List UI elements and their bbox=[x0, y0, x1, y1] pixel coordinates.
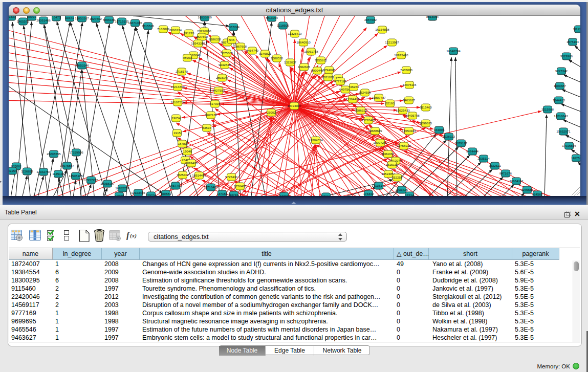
svg-text:18724007: 18724007 bbox=[287, 104, 301, 107]
svg-text:10688609: 10688609 bbox=[368, 129, 382, 133]
svg-text:10961758: 10961758 bbox=[304, 50, 318, 53]
svg-text:20053346: 20053346 bbox=[75, 63, 89, 67]
svg-text:20091406: 20091406 bbox=[36, 18, 51, 22]
svg-text:18783: 18783 bbox=[178, 142, 187, 145]
svg-text:7986322: 7986322 bbox=[355, 108, 367, 112]
svg-text:17334: 17334 bbox=[405, 193, 414, 196]
svg-text:1322037: 1322037 bbox=[284, 60, 297, 64]
svg-text:8186328: 8186328 bbox=[209, 37, 222, 41]
svg-text:1621022: 1621022 bbox=[322, 75, 335, 79]
svg-text:1244413: 1244413 bbox=[553, 98, 565, 102]
svg-text:16648784: 16648784 bbox=[446, 49, 461, 53]
svg-text:173342: 173342 bbox=[363, 192, 374, 195]
svg-text:16154838: 16154838 bbox=[375, 28, 389, 31]
svg-text:7632621: 7632621 bbox=[489, 164, 502, 167]
svg-text:137164: 137164 bbox=[217, 192, 228, 195]
svg-text:9457791: 9457791 bbox=[169, 184, 182, 187]
svg-text:5938923: 5938923 bbox=[443, 135, 455, 138]
svg-text:17359936: 17359936 bbox=[69, 150, 83, 154]
svg-text:1736465: 1736465 bbox=[234, 184, 247, 188]
svg-text:546: 546 bbox=[229, 38, 235, 41]
svg-text:10807487: 10807487 bbox=[372, 96, 386, 99]
svg-text:417004: 417004 bbox=[210, 102, 221, 105]
svg-text:7955812: 7955812 bbox=[315, 58, 328, 62]
svg-text:8990448: 8990448 bbox=[311, 69, 324, 72]
svg-text:9827500: 9827500 bbox=[195, 35, 208, 38]
svg-text:109581: 109581 bbox=[161, 192, 171, 195]
svg-text:1209387: 1209387 bbox=[554, 84, 567, 87]
svg-text:17957255: 17957255 bbox=[84, 178, 98, 182]
svg-text:15692971: 15692971 bbox=[556, 129, 571, 133]
svg-text:17334: 17334 bbox=[321, 194, 331, 196]
svg-text:129234: 129234 bbox=[146, 193, 157, 196]
svg-text:10973493: 10973493 bbox=[394, 53, 408, 57]
svg-text:8813054: 8813054 bbox=[266, 16, 278, 19]
svg-text:98903: 98903 bbox=[183, 56, 192, 59]
svg-text:16671355: 16671355 bbox=[128, 21, 142, 25]
svg-text:14136141: 14136141 bbox=[372, 184, 386, 187]
svg-text:1156829: 1156829 bbox=[21, 169, 33, 173]
svg-text:10654112: 10654112 bbox=[509, 179, 524, 183]
svg-text:13716: 13716 bbox=[229, 193, 238, 196]
svg-text:39154: 39154 bbox=[9, 169, 17, 172]
svg-text:924565: 924565 bbox=[532, 192, 543, 196]
svg-text:12975115: 12975115 bbox=[402, 83, 417, 86]
svg-text:9084067: 9084067 bbox=[382, 152, 395, 156]
svg-text:21364436: 21364436 bbox=[345, 97, 360, 101]
svg-text:1575104: 1575104 bbox=[567, 40, 579, 43]
svg-text:9329966: 9329966 bbox=[560, 54, 573, 58]
svg-text:10756928: 10756928 bbox=[397, 144, 411, 147]
svg-text:17016504: 17016504 bbox=[562, 144, 576, 147]
svg-text:1218506: 1218506 bbox=[277, 24, 290, 27]
svg-text:10107554: 10107554 bbox=[170, 100, 185, 104]
svg-text:18907249: 18907249 bbox=[373, 141, 387, 144]
svg-text:6879197: 6879197 bbox=[455, 141, 468, 145]
svg-text:10543382: 10543382 bbox=[191, 41, 205, 45]
svg-text:19654: 19654 bbox=[171, 116, 181, 120]
svg-text:7515526: 7515526 bbox=[142, 24, 155, 28]
svg-text:2087682: 2087682 bbox=[364, 18, 377, 21]
svg-text:746266: 746266 bbox=[349, 85, 359, 89]
svg-text:53594: 53594 bbox=[202, 126, 211, 129]
svg-text:10719155: 10719155 bbox=[115, 19, 129, 23]
svg-text:19975887: 19975887 bbox=[60, 164, 74, 167]
svg-text:6466160: 6466160 bbox=[103, 18, 116, 21]
svg-text:1527602: 1527602 bbox=[90, 17, 102, 20]
svg-text:20206555: 20206555 bbox=[47, 152, 61, 156]
svg-text:9146821: 9146821 bbox=[259, 52, 272, 55]
svg-text:9777169: 9777169 bbox=[334, 79, 347, 83]
svg-text:3624554: 3624554 bbox=[359, 91, 372, 94]
svg-text:10371: 10371 bbox=[65, 16, 74, 19]
svg-text:19337: 19337 bbox=[9, 16, 16, 18]
svg-text:7163822: 7163822 bbox=[157, 27, 170, 31]
svg-text:3215988: 3215988 bbox=[541, 107, 554, 111]
svg-text:1588520: 1588520 bbox=[271, 56, 284, 60]
svg-text:9463627: 9463627 bbox=[403, 98, 416, 102]
svg-text:17334: 17334 bbox=[279, 194, 289, 196]
svg-text:12923: 12923 bbox=[115, 194, 124, 196]
svg-text:16033809: 16033809 bbox=[198, 16, 212, 19]
svg-text:891295: 891295 bbox=[184, 31, 194, 35]
svg-text:9115460: 9115460 bbox=[420, 105, 432, 109]
svg-text:16782759: 16782759 bbox=[115, 186, 129, 190]
svg-text:20091: 20091 bbox=[27, 16, 36, 18]
svg-text:12505185: 12505185 bbox=[69, 174, 83, 178]
svg-text:1145194: 1145194 bbox=[52, 172, 64, 176]
svg-text:8099488: 8099488 bbox=[185, 161, 198, 165]
svg-text:5675685: 5675685 bbox=[221, 51, 233, 55]
svg-text:12923446: 12923446 bbox=[131, 191, 145, 194]
svg-text:11325419: 11325419 bbox=[288, 32, 302, 35]
svg-text:17654923: 17654923 bbox=[402, 129, 416, 133]
svg-text:10958187: 10958187 bbox=[100, 182, 115, 185]
svg-text:8660124: 8660124 bbox=[169, 28, 182, 32]
svg-text:2935114: 2935114 bbox=[477, 157, 490, 160]
svg-text:15720407: 15720407 bbox=[361, 118, 376, 122]
svg-text:8813054: 8813054 bbox=[426, 16, 439, 18]
svg-text:23226058: 23226058 bbox=[197, 29, 211, 33]
svg-text:7485063: 7485063 bbox=[400, 68, 413, 72]
svg-text:12213369: 12213369 bbox=[170, 85, 185, 89]
svg-text:6794028: 6794028 bbox=[323, 68, 336, 72]
svg-text:9699695: 9699695 bbox=[420, 121, 432, 125]
svg-text:1615132: 1615132 bbox=[386, 163, 399, 166]
svg-text:23002: 23002 bbox=[267, 111, 276, 114]
